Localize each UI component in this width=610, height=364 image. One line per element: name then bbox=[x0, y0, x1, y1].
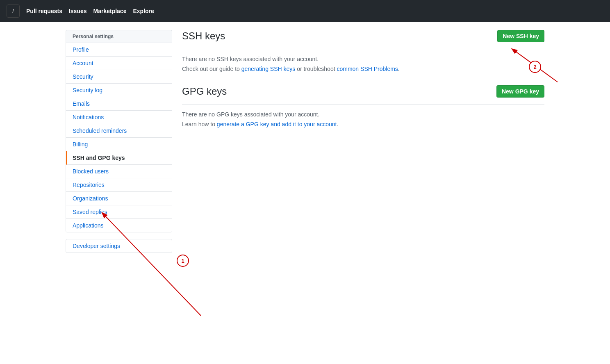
ssh-keys-section: SSH keys New SSH key There are no SSH ke… bbox=[182, 30, 544, 72]
ssh-problems-link[interactable]: common SSH Problems bbox=[337, 66, 398, 72]
sidebar: Personal settings Profile Account Securi… bbox=[66, 30, 172, 253]
logo[interactable]: / bbox=[7, 5, 20, 18]
main-content: SSH keys New SSH key There are no SSH ke… bbox=[182, 30, 544, 253]
sidebar-item-saved-replies[interactable]: Saved replies bbox=[66, 205, 172, 219]
sidebar-item-blocked-users[interactable]: Blocked users bbox=[66, 165, 172, 178]
sidebar-dev-section: Developer settings bbox=[66, 239, 172, 253]
marketplace-link[interactable]: Marketplace bbox=[93, 8, 127, 14]
sidebar-item-repositories[interactable]: Repositories bbox=[66, 178, 172, 192]
ssh-help-prefix: Check out our guide to bbox=[182, 66, 241, 72]
sidebar-nav: Profile Account Security Security log Em… bbox=[66, 43, 172, 232]
new-gpg-key-button[interactable]: New GPG key bbox=[496, 85, 544, 98]
gpg-generate-link[interactable]: generate a GPG key and add it to your ac… bbox=[217, 121, 337, 127]
sidebar-item-organizations[interactable]: Organizations bbox=[66, 192, 172, 205]
sidebar-item-applications[interactable]: Applications bbox=[66, 219, 172, 232]
logo-text: / bbox=[12, 8, 14, 14]
new-ssh-key-button[interactable]: New SSH key bbox=[497, 30, 544, 42]
gpg-section-header: GPG keys New GPG key bbox=[182, 85, 544, 105]
sidebar-item-emails[interactable]: Emails bbox=[66, 97, 172, 111]
sidebar-item-notifications[interactable]: Notifications bbox=[66, 111, 172, 124]
gpg-help-prefix: Learn how to bbox=[182, 121, 217, 127]
gpg-help-suffix: . bbox=[337, 121, 338, 127]
sidebar-item-developer-settings[interactable]: Developer settings bbox=[66, 239, 172, 253]
sidebar-item-scheduled-reminders[interactable]: Scheduled reminders bbox=[66, 124, 172, 138]
sidebar-item-billing[interactable]: Billing bbox=[66, 138, 172, 151]
sidebar-item-account[interactable]: Account bbox=[66, 57, 172, 70]
ssh-section-title: SSH keys bbox=[182, 30, 225, 42]
ssh-generating-link[interactable]: generating SSH keys bbox=[241, 66, 296, 72]
ssh-help-suffix: . bbox=[398, 66, 400, 72]
top-nav: / Pull requests Issues Marketplace Explo… bbox=[0, 0, 610, 22]
sidebar-item-ssh-gpg[interactable]: SSH and GPG keys bbox=[66, 151, 172, 165]
sidebar-section-title: Personal settings bbox=[66, 30, 172, 43]
sidebar-item-security-log[interactable]: Security log bbox=[66, 84, 172, 97]
sidebar-item-security[interactable]: Security bbox=[66, 70, 172, 84]
gpg-keys-section: GPG keys New GPG key There are no GPG ke… bbox=[182, 85, 544, 127]
sidebar-item-profile[interactable]: Profile bbox=[66, 43, 172, 57]
gpg-empty-text: There are no GPG keys associated with yo… bbox=[182, 111, 544, 118]
ssh-help-middle: or troubleshoot bbox=[295, 66, 337, 72]
ssh-section-header: SSH keys New SSH key bbox=[182, 30, 544, 49]
ssh-empty-text: There are no SSH keys associated with yo… bbox=[182, 56, 544, 62]
explore-link[interactable]: Explore bbox=[133, 8, 154, 14]
pull-requests-link[interactable]: Pull requests bbox=[26, 8, 62, 14]
issues-link[interactable]: Issues bbox=[69, 8, 87, 14]
ssh-help-text: Check out our guide to generating SSH ke… bbox=[182, 66, 544, 72]
page-layout: Personal settings Profile Account Securi… bbox=[59, 22, 551, 261]
gpg-help-text: Learn how to generate a GPG key and add … bbox=[182, 121, 544, 127]
gpg-section-title: GPG keys bbox=[182, 86, 227, 97]
